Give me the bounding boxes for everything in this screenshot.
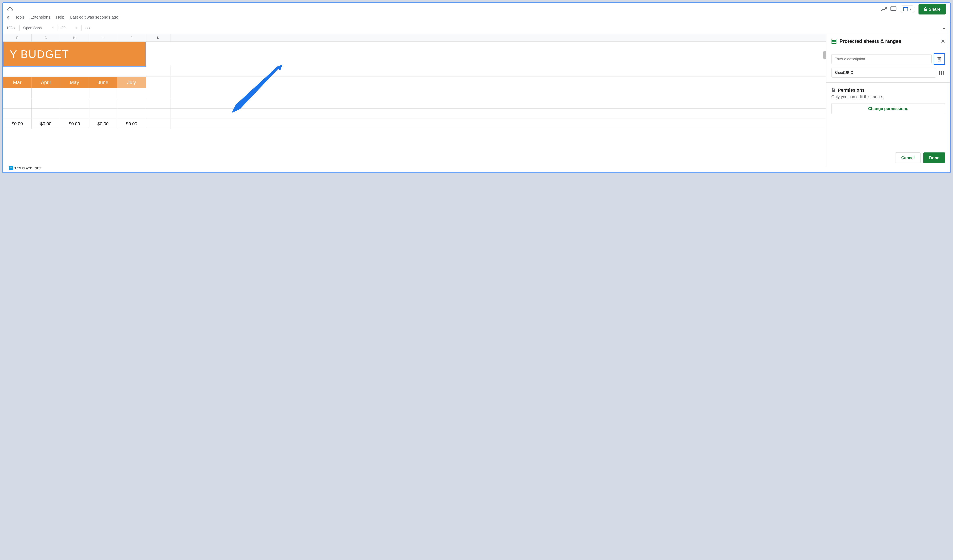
svg-rect-10 (832, 42, 834, 43)
svg-rect-8 (832, 40, 834, 42)
comment-icon[interactable] (890, 6, 896, 12)
svg-rect-7 (834, 39, 836, 40)
close-icon[interactable] (941, 39, 945, 43)
month-june[interactable]: June (89, 77, 117, 88)
column-headers: F G H I J K (3, 34, 826, 42)
lock-icon (831, 88, 835, 92)
blank-row[interactable] (3, 67, 826, 77)
range-input[interactable]: Sheet1!B:C (831, 68, 936, 78)
description-input[interactable] (831, 54, 931, 64)
share-label: Share (929, 7, 941, 12)
menubar: a Tools Extensions Help Last edit was se… (3, 14, 950, 22)
month-may[interactable]: May (60, 77, 89, 88)
topbar-left (7, 7, 13, 11)
permissions-title: Permissions (838, 88, 865, 93)
watermark-suffix: .NET (34, 166, 42, 170)
svg-rect-9 (834, 40, 836, 42)
font-size-label: 30 (61, 26, 65, 30)
more-icon[interactable]: ••• (85, 26, 91, 30)
sheets-icon (831, 39, 837, 44)
cloud-icon[interactable] (7, 7, 13, 11)
separator (57, 25, 58, 31)
sidepanel-body: Sheet1!B:C (826, 48, 950, 83)
table-row[interactable] (3, 88, 826, 98)
menu-help[interactable]: Help (56, 15, 65, 20)
chevron-down-icon: ▼ (52, 27, 54, 29)
lock-icon (924, 7, 927, 11)
value-cell[interactable]: $0.00 (32, 119, 60, 129)
col-header-k[interactable]: K (146, 34, 171, 42)
number-format-button[interactable]: 123 ▼ (6, 26, 16, 30)
main-content: F G H I J K Y BUDGET Mar April May June (3, 34, 950, 167)
app-frame: ▼ Share a Tools Extensions Help Last edi… (2, 2, 951, 173)
permissions-section: Permissions Only you can edit this range… (826, 83, 950, 119)
chevron-down-icon: ▼ (910, 8, 912, 11)
svg-rect-6 (832, 39, 834, 40)
budget-banner[interactable]: Y BUDGET (3, 42, 146, 67)
menu-extensions[interactable]: Extensions (30, 15, 50, 20)
topbar-right: ▼ Share (881, 4, 946, 14)
scrollbar-thumb[interactable] (823, 51, 826, 59)
table-row[interactable] (3, 98, 826, 109)
col-header-f[interactable]: F (3, 34, 32, 42)
toolbar: 123 ▼ Open Sans ▼ 30 ▼ ••• ︿ (3, 22, 950, 34)
grid-icon (939, 70, 944, 75)
permissions-description: Only you can edit this range. (831, 95, 945, 99)
sidepanel-title: Protected sheets & ranges (840, 38, 938, 44)
month-mar[interactable]: Mar (3, 77, 32, 88)
description-row (831, 53, 945, 65)
spreadsheet-area: F G H I J K Y BUDGET Mar April May June (3, 34, 826, 167)
font-size-selector[interactable]: 30 ▼ (61, 26, 78, 30)
menu-a[interactable]: a (7, 15, 9, 20)
share-button[interactable]: Share (919, 4, 946, 14)
collapse-toolbar-icon[interactable]: ︿ (942, 25, 947, 31)
value-cell[interactable]: $0.00 (3, 119, 32, 129)
month-july[interactable]: July (117, 77, 146, 88)
col-header-i[interactable]: I (89, 34, 117, 42)
delete-button[interactable] (934, 53, 945, 65)
watermark: T TEMPLATE.NET (9, 166, 42, 170)
month-april[interactable]: April (32, 77, 60, 88)
trash-icon (937, 56, 942, 62)
last-edit-link[interactable]: Last edit was seconds ago (70, 15, 118, 20)
permissions-label: Permissions (831, 88, 945, 93)
value-cell[interactable]: $0.00 (60, 119, 89, 129)
svg-rect-4 (924, 9, 927, 11)
sidepanel-header: Protected sheets & ranges (826, 34, 950, 48)
svg-rect-0 (891, 7, 896, 11)
value-cell[interactable]: $0.00 (89, 119, 117, 129)
col-header-j[interactable]: J (117, 34, 146, 42)
present-button[interactable]: ▼ (900, 5, 915, 13)
chevron-down-icon: ▼ (76, 27, 78, 29)
number-format-label: 123 (6, 26, 12, 30)
separator (19, 25, 20, 31)
col-header-g[interactable]: G (32, 34, 60, 42)
sheet-body: Y BUDGET Mar April May June July (3, 42, 826, 129)
change-permissions-button[interactable]: Change permissions (831, 103, 945, 114)
font-label: Open Sans (23, 26, 42, 30)
protected-ranges-sidepanel: Protected sheets & ranges Sheet1!B:C (826, 34, 950, 167)
watermark-text: TEMPLATE (14, 166, 33, 170)
month-header-row: Mar April May June July (3, 77, 826, 88)
separator (81, 25, 82, 31)
table-row[interactable]: $0.00 $0.00 $0.00 $0.00 $0.00 (3, 119, 826, 129)
table-row[interactable] (3, 109, 826, 119)
cancel-button[interactable]: Cancel (895, 152, 920, 163)
value-cell[interactable]: $0.00 (117, 119, 146, 129)
select-range-button[interactable] (938, 70, 945, 76)
topbar: ▼ Share (3, 3, 950, 14)
font-selector[interactable]: Open Sans ▼ (23, 26, 54, 30)
empty-cell[interactable] (146, 77, 171, 88)
activity-icon[interactable] (881, 7, 887, 11)
col-header-h[interactable]: H (60, 34, 89, 42)
sidepanel-footer: Cancel Done (826, 149, 950, 167)
chevron-down-icon: ▼ (14, 27, 16, 29)
range-row: Sheet1!B:C (831, 68, 945, 78)
svg-rect-15 (832, 90, 835, 92)
watermark-badge: T (9, 166, 13, 170)
svg-rect-11 (834, 42, 836, 43)
done-button[interactable]: Done (924, 152, 945, 163)
empty-cell[interactable] (146, 119, 171, 129)
menu-tools[interactable]: Tools (15, 15, 25, 20)
